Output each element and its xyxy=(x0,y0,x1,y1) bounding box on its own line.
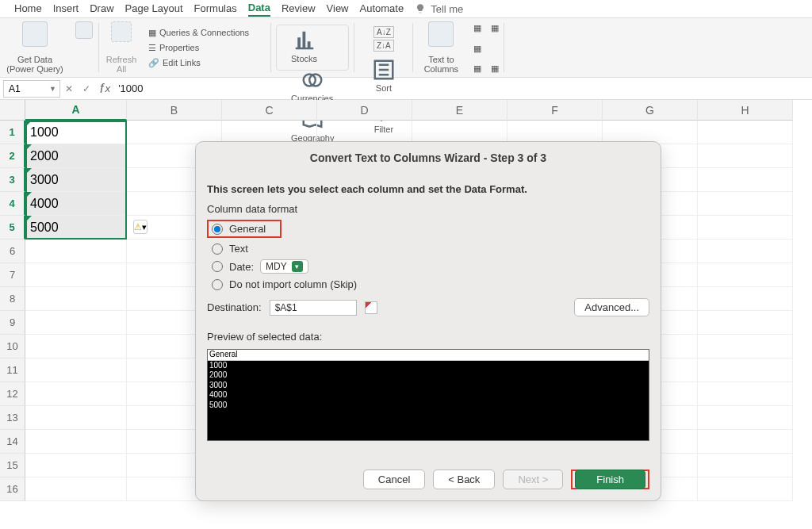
data-validation-button[interactable]: ▦ xyxy=(473,63,481,74)
cell[interactable]: 4000 xyxy=(25,192,127,216)
radio-skip[interactable] xyxy=(212,279,223,290)
column-header[interactable]: H xyxy=(698,100,793,121)
date-format-select[interactable]: MDY xyxy=(260,259,308,274)
column-header[interactable]: A xyxy=(25,100,127,121)
cell[interactable] xyxy=(25,287,127,311)
get-data-button[interactable]: Get Data (Power Query) xyxy=(0,18,70,77)
tell-me-search[interactable]: Tell me xyxy=(415,3,463,15)
advanced-button[interactable]: Advanced... xyxy=(574,298,649,316)
cancel-button[interactable]: Cancel xyxy=(363,470,425,489)
name-box[interactable]: A1 ▼ xyxy=(3,80,60,98)
row-header[interactable]: 7 xyxy=(0,263,25,287)
currencies-button[interactable]: Currencies xyxy=(285,68,339,103)
cell[interactable] xyxy=(698,192,793,216)
queries-connections-button[interactable]: ▦ Queries & Connections xyxy=(148,28,266,38)
sort-button[interactable]: Sort xyxy=(366,58,402,93)
column-header[interactable]: D xyxy=(317,100,412,121)
enter-formula-button[interactable]: ✓ xyxy=(78,83,95,94)
column-header[interactable]: C xyxy=(222,100,317,121)
tab-draw[interactable]: Draw xyxy=(90,2,113,16)
cell[interactable] xyxy=(698,240,793,263)
row-header[interactable]: 3 xyxy=(0,168,25,192)
cell[interactable]: 2000 xyxy=(25,144,127,168)
column-header[interactable]: F xyxy=(508,100,603,121)
edit-links-button[interactable]: 🔗 Edit Links xyxy=(148,58,266,68)
sort-az-button[interactable]: A↓Z Z↓A xyxy=(373,26,394,52)
cell[interactable] xyxy=(698,144,793,168)
radio-general[interactable] xyxy=(212,224,223,235)
column-header[interactable]: E xyxy=(412,100,508,121)
tab-page-layout[interactable]: Page Layout xyxy=(125,2,183,16)
row-header[interactable]: 9 xyxy=(0,311,25,335)
stocks-button[interactable]: Stocks xyxy=(285,29,324,63)
tab-data[interactable]: Data xyxy=(248,2,270,17)
row-header[interactable]: 13 xyxy=(0,406,25,430)
cell[interactable] xyxy=(698,382,793,406)
radio-text[interactable] xyxy=(212,243,223,255)
refresh-all-button[interactable]: Refresh All xyxy=(99,18,144,77)
cell[interactable]: 1000 xyxy=(25,121,127,144)
tab-formulas[interactable]: Formulas xyxy=(194,2,237,16)
error-trace-button[interactable]: ⚠▾ xyxy=(133,220,147,234)
remove-duplicates-button[interactable]: ▦ xyxy=(473,44,481,54)
tab-home[interactable]: Home xyxy=(14,2,42,16)
row-header[interactable]: 2 xyxy=(0,144,25,168)
column-header[interactable]: B xyxy=(127,100,222,121)
cell[interactable] xyxy=(25,430,127,454)
destination-input[interactable]: $A$1 xyxy=(270,300,357,316)
cell[interactable] xyxy=(25,240,127,263)
cell[interactable] xyxy=(25,454,127,477)
consolidate-button[interactable]: ▦ xyxy=(491,23,499,33)
cell[interactable] xyxy=(25,311,127,335)
row-header[interactable]: 4 xyxy=(0,192,25,216)
cell[interactable] xyxy=(698,311,793,335)
cell[interactable] xyxy=(25,358,127,382)
row-header[interactable]: 10 xyxy=(0,335,25,358)
cell[interactable] xyxy=(25,335,127,358)
row-header[interactable]: 14 xyxy=(0,430,25,454)
range-picker-icon[interactable] xyxy=(365,301,377,314)
radio-date[interactable] xyxy=(212,261,223,272)
tab-automate[interactable]: Automate xyxy=(360,2,404,16)
cell[interactable] xyxy=(698,216,793,240)
column-header[interactable]: G xyxy=(603,100,698,121)
cell[interactable] xyxy=(25,477,127,501)
row-header[interactable]: 15 xyxy=(0,454,25,477)
row-header[interactable]: 1 xyxy=(0,121,25,144)
cell[interactable] xyxy=(698,335,793,358)
row-header[interactable]: 5 xyxy=(0,216,25,240)
cell[interactable] xyxy=(698,477,793,501)
row-header[interactable]: 8 xyxy=(0,287,25,311)
connections-icon[interactable] xyxy=(75,21,93,39)
cancel-formula-button[interactable]: ✕ xyxy=(60,83,78,94)
properties-button[interactable]: ☰ Properties xyxy=(148,43,266,53)
cell[interactable] xyxy=(698,430,793,454)
cell[interactable] xyxy=(698,406,793,430)
cell[interactable] xyxy=(698,263,793,287)
cell[interactable] xyxy=(25,382,127,406)
tab-review[interactable]: Review xyxy=(282,2,316,16)
cell[interactable] xyxy=(25,263,127,287)
tab-insert[interactable]: Insert xyxy=(53,2,79,16)
cell[interactable]: 3000 xyxy=(25,168,127,192)
relationships-button[interactable]: ▦ xyxy=(491,63,499,74)
formula-input[interactable]: '1000 xyxy=(115,82,143,94)
cell[interactable] xyxy=(698,168,793,192)
cell[interactable]: 5000 xyxy=(25,216,127,240)
cell[interactable] xyxy=(698,358,793,382)
cell[interactable] xyxy=(698,121,793,144)
row-header[interactable]: 6 xyxy=(0,240,25,263)
fx-button[interactable]: fx xyxy=(95,82,115,96)
text-to-columns-button[interactable]: Text to Columns xyxy=(413,18,469,77)
finish-button[interactable]: Finish xyxy=(575,470,645,489)
tab-view[interactable]: View xyxy=(327,2,349,16)
flash-fill-button[interactable]: ▦ xyxy=(473,23,481,33)
back-button[interactable]: < Back xyxy=(433,470,495,489)
row-header[interactable]: 11 xyxy=(0,358,25,382)
row-header[interactable]: 12 xyxy=(0,382,25,406)
cell[interactable] xyxy=(698,287,793,311)
cell[interactable] xyxy=(698,454,793,477)
cell[interactable] xyxy=(25,406,127,430)
row-header[interactable]: 16 xyxy=(0,477,25,501)
select-all-corner[interactable] xyxy=(0,100,25,121)
